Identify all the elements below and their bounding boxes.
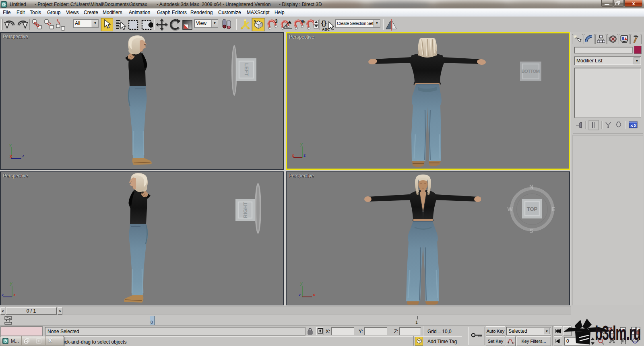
svg-text:y: y: [300, 281, 303, 286]
svg-text:S: S: [529, 228, 533, 234]
svg-text:y: y: [9, 142, 12, 147]
svg-text:z: z: [303, 153, 306, 158]
svg-text:b3dm.ru: b3dm.ru: [595, 321, 641, 344]
svg-text:z: z: [299, 292, 301, 297]
svg-text:x: x: [313, 292, 316, 297]
svg-text:%: %: [301, 19, 305, 25]
svg-text:TOP: TOP: [527, 206, 538, 212]
svg-text:BOTTOM: BOTTOM: [522, 69, 540, 74]
svg-text:LEFT: LEFT: [244, 63, 250, 76]
svg-text:x: x: [292, 153, 295, 158]
svg-text:y: y: [300, 142, 303, 146]
svg-text:E: E: [551, 206, 555, 212]
svg-text:x: x: [10, 154, 12, 159]
svg-text:y: y: [10, 281, 13, 286]
svg-text:RIGHT: RIGHT: [242, 202, 248, 218]
svg-text:N: N: [529, 183, 533, 190]
svg-text:z: z: [22, 153, 25, 158]
svg-text:{}: {}: [321, 19, 327, 27]
svg-text:3: 3: [275, 19, 278, 24]
svg-text:z: z: [2, 292, 4, 297]
svg-text:W: W: [507, 206, 513, 212]
svg-text:x: x: [13, 292, 16, 297]
